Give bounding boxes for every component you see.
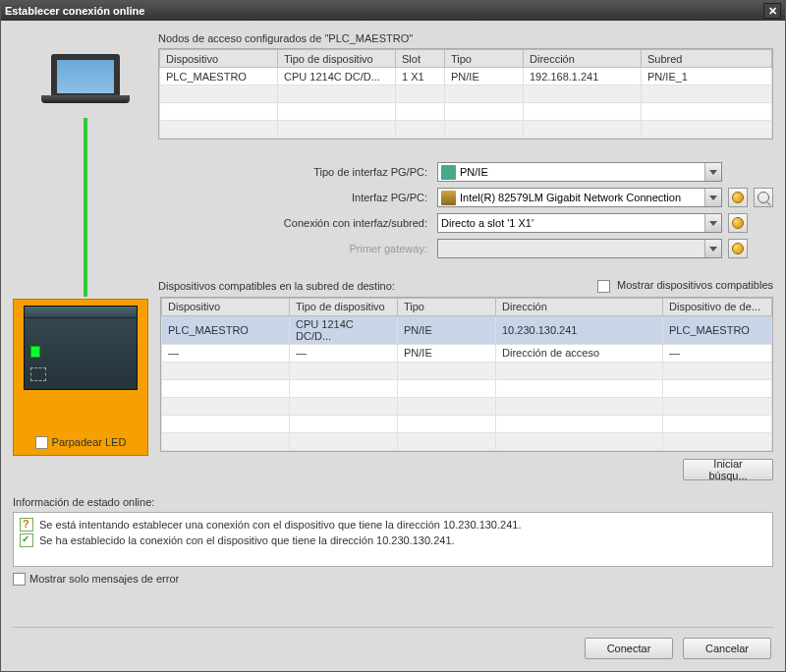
gateway-label: Primer gateway: bbox=[158, 243, 437, 254]
check-icon bbox=[20, 533, 33, 547]
status-label: Información de estado online: bbox=[13, 496, 773, 508]
col-type[interactable]: Tipo bbox=[445, 50, 524, 68]
col-target[interactable]: Dispositivo de de... bbox=[663, 298, 772, 315]
access-nodes-grid: Dispositivo Tipo de dispositivo Slot Tip… bbox=[158, 48, 773, 140]
main-column: Nodos de acceso configurados de "PLC_MAE… bbox=[158, 28, 773, 297]
log-line: Se ha establecido la conexión con el dis… bbox=[20, 532, 766, 548]
dialog-content: Nodos de acceso configurados de "PLC_MAE… bbox=[1, 21, 785, 671]
interface-settings-button[interactable] bbox=[728, 188, 748, 207]
pnie-icon bbox=[441, 165, 456, 180]
nic-icon bbox=[441, 191, 456, 205]
interface-form: Tipo de interfaz PG/PC: PN/IE Interfaz P… bbox=[158, 159, 773, 261]
interface-search-button[interactable] bbox=[754, 188, 773, 207]
globe-icon bbox=[732, 243, 744, 254]
device-column: Parpadear LED bbox=[13, 297, 160, 480]
chevron-down-icon bbox=[704, 240, 721, 257]
subnet-label: Conexión con interfaz/subred: bbox=[158, 217, 437, 229]
errors-only-checkbox[interactable] bbox=[13, 573, 26, 586]
table-row[interactable]: PLC_MAESTRO CPU 1214C DC/D... 1 X1 PN/IE… bbox=[160, 68, 772, 85]
compatible-devices-label: Dispositivos compatibles en la subred de… bbox=[158, 280, 395, 292]
chevron-down-icon bbox=[704, 189, 721, 206]
pgpc-if-select[interactable]: Intel(R) 82579LM Gigabit Network Connect… bbox=[437, 188, 722, 207]
window-title: Establecer conexión online bbox=[5, 5, 144, 17]
compatible-devices-grid: Dispositivo Tipo de dispositivo Tipo Dir… bbox=[160, 297, 773, 452]
connection-line bbox=[84, 118, 87, 297]
plc-icon bbox=[24, 306, 138, 390]
search-icon bbox=[758, 192, 769, 203]
subnet-select[interactable]: Directo a slot '1 X1' bbox=[437, 213, 722, 233]
table-row[interactable]: — — PN/IE Dirección de acceso — bbox=[162, 344, 772, 362]
col-device[interactable]: Dispositivo bbox=[162, 298, 290, 315]
compatible-grid-col: Dispositivo Tipo de dispositivo Tipo Dir… bbox=[160, 297, 773, 480]
col-address[interactable]: Dirección bbox=[496, 298, 663, 315]
globe-icon bbox=[732, 217, 744, 229]
blink-led-checkbox[interactable] bbox=[35, 436, 48, 449]
table-row[interactable]: PLC_MAESTRO CPU 1214C DC/D... PN/IE 10.2… bbox=[162, 315, 772, 344]
col-device[interactable]: Dispositivo bbox=[160, 50, 278, 68]
status-section: Información de estado online: Se está in… bbox=[13, 496, 773, 586]
col-type[interactable]: Tipo bbox=[398, 298, 496, 315]
pgpc-type-label: Tipo de interfaz PG/PC: bbox=[158, 166, 437, 178]
col-address[interactable]: Dirección bbox=[524, 50, 642, 68]
col-devtype[interactable]: Tipo de dispositivo bbox=[290, 298, 398, 315]
dialog-window: Establecer conexión online ✕ Nodos de ac… bbox=[0, 0, 786, 672]
laptop-column bbox=[13, 28, 158, 297]
cancel-button[interactable]: Cancelar bbox=[683, 638, 771, 659]
chevron-down-icon bbox=[704, 214, 721, 232]
col-devtype[interactable]: Tipo de dispositivo bbox=[278, 50, 396, 68]
connect-button[interactable]: Conectar bbox=[585, 638, 673, 659]
globe-icon bbox=[732, 192, 744, 203]
show-compatible-checkbox[interactable] bbox=[597, 280, 610, 293]
device-preview: Parpadear LED bbox=[13, 299, 148, 456]
lower-section: Parpadear LED Dispositivo Tipo de dispos… bbox=[13, 297, 773, 480]
status-log: Se está intentando establecer una conexi… bbox=[13, 512, 773, 567]
laptop-icon bbox=[41, 54, 130, 118]
pgpc-if-label: Interfaz PG/PC: bbox=[158, 192, 437, 203]
upper-section: Nodos de acceso configurados de "PLC_MAE… bbox=[13, 28, 773, 297]
blink-led-row: Parpadear LED bbox=[35, 436, 127, 449]
footer-buttons: Conectar Cancelar bbox=[585, 638, 771, 659]
chevron-down-icon bbox=[704, 163, 721, 181]
error-filter-row: Mostrar solo mensajes de error bbox=[13, 573, 773, 586]
gateway-select bbox=[437, 239, 722, 258]
start-search-button[interactable]: Iniciar búsqu... bbox=[683, 459, 773, 480]
show-compatible-checkbox-row: Mostrar dispositivos compatibles bbox=[597, 279, 773, 293]
log-line: Se está intentando establecer una conexi… bbox=[20, 517, 766, 532]
close-button[interactable]: ✕ bbox=[763, 3, 781, 19]
question-icon bbox=[20, 518, 33, 532]
subnet-settings-button[interactable] bbox=[728, 213, 748, 233]
footer-separator bbox=[13, 627, 773, 628]
col-subnet[interactable]: Subred bbox=[642, 50, 772, 68]
gateway-settings-button[interactable] bbox=[728, 239, 748, 258]
access-nodes-label: Nodos de acceso configurados de "PLC_MAE… bbox=[158, 32, 773, 44]
titlebar: Establecer conexión online ✕ bbox=[1, 1, 785, 21]
pgpc-type-select[interactable]: PN/IE bbox=[437, 162, 722, 182]
col-slot[interactable]: Slot bbox=[396, 50, 445, 68]
